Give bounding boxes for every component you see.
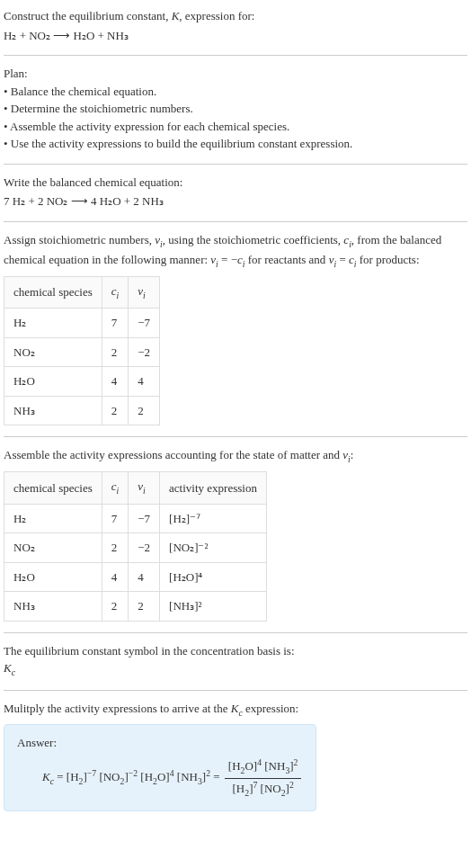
cell-species: NO₂ [4, 337, 102, 367]
col-v: νi [129, 276, 160, 308]
cell-v: 2 [129, 592, 160, 622]
divider [4, 436, 467, 437]
table-row: NH₃ 2 2 [4, 396, 160, 425]
cell-species: H₂O [4, 562, 102, 592]
divider [4, 221, 467, 222]
cell-v: 4 [129, 367, 160, 397]
divider [4, 55, 467, 56]
cell-expr: [H₂O]⁴ [160, 562, 267, 592]
plan-bullet: • Assemble the activity expression for e… [4, 118, 467, 136]
cell-v: 2 [129, 396, 160, 425]
table-row: NO₂ 2 −2 [NO₂]⁻² [4, 533, 267, 563]
plan-bullet: • Balance the chemical equation. [4, 83, 467, 101]
symbol-kc: Kc [4, 659, 467, 679]
symbol-block: The equilibrium constant symbol in the c… [4, 642, 467, 680]
stoich-table: chemical species ci νi H₂ 7 −7 NO₂ 2 −2 … [4, 276, 160, 425]
plan-bullet: • Determine the stoichiometric numbers. [4, 100, 467, 118]
multiply-line: Mulitply the activity expressions to arr… [4, 700, 467, 720]
cell-species: NO₂ [4, 533, 102, 563]
activity-table: chemical species ci νi activity expressi… [4, 471, 267, 621]
multiply-block: Mulitply the activity expressions to arr… [4, 700, 467, 811]
table-row: H₂O 4 4 [4, 367, 160, 397]
col-v: νi [129, 472, 160, 504]
table-row: NH₃ 2 2 [NH₃]² [4, 592, 267, 622]
answer-equation: Kc = [H2]−7 [NO2]−2 [H2O]4 [NH3]2 = [H2O… [17, 753, 303, 800]
answer-numerator: [H2O]4 [NH3]2 [225, 756, 302, 779]
stoich-intro: Assign stoichiometric numbers, νi, using… [4, 231, 467, 271]
cell-species: H₂ [4, 309, 102, 338]
activity-block: Assemble the activity expressions accoun… [4, 446, 467, 621]
stoich-block: Assign stoichiometric numbers, νi, using… [4, 231, 467, 426]
activity-intro: Assemble the activity expressions accoun… [4, 446, 467, 466]
table-row: H₂ 7 −7 [H₂]⁻⁷ [4, 504, 267, 533]
divider [4, 690, 467, 691]
cell-c: 4 [102, 562, 129, 592]
symbol-line: The equilibrium constant symbol in the c… [4, 642, 467, 660]
cell-v: −7 [129, 504, 160, 533]
col-species: chemical species [4, 472, 102, 504]
table-header-row: chemical species ci νi activity expressi… [4, 472, 267, 504]
cell-c: 4 [102, 367, 129, 397]
balanced-equation: 7 H₂ + 2 NO₂ ⟶ 4 H₂O + 2 NH₃ [4, 192, 467, 210]
table-row: NO₂ 2 −2 [4, 337, 160, 367]
divider [4, 632, 467, 633]
cell-c: 2 [102, 396, 129, 425]
cell-expr: [H₂]⁻⁷ [160, 504, 267, 533]
intro-block: Construct the equilibrium constant, K, e… [4, 7, 467, 44]
balanced-heading: Write the balanced chemical equation: [4, 174, 467, 192]
intro-equation: H₂ + NO₂ ⟶ H₂O + NH₃ [4, 27, 467, 45]
cell-c: 2 [102, 337, 129, 367]
plan-bullet: • Use the activity expressions to build … [4, 135, 467, 153]
cell-v: −2 [129, 337, 160, 367]
table-header-row: chemical species ci νi [4, 276, 160, 308]
answer-label: Answer: [17, 734, 303, 752]
cell-species: NH₃ [4, 396, 102, 425]
cell-c: 7 [102, 309, 129, 338]
col-c: ci [102, 472, 129, 504]
answer-fraction: [H2O]4 [NH3]2 [H2]7 [NO2]2 [225, 756, 302, 800]
cell-v: −2 [129, 533, 160, 563]
col-expr: activity expression [160, 472, 267, 504]
cell-c: 7 [102, 504, 129, 533]
answer-denominator: [H2]7 [NO2]2 [225, 779, 302, 801]
table-row: H₂ 7 −7 [4, 309, 160, 338]
cell-expr: [NH₃]² [160, 592, 267, 622]
answer-box: Answer: Kc = [H2]−7 [NO2]−2 [H2O]4 [NH3]… [4, 724, 316, 812]
cell-species: H₂O [4, 367, 102, 397]
cell-c: 2 [102, 533, 129, 563]
col-species: chemical species [4, 276, 102, 308]
table-row: H₂O 4 4 [H₂O]⁴ [4, 562, 267, 592]
cell-v: 4 [129, 562, 160, 592]
plan-block: Plan: • Balance the chemical equation. •… [4, 65, 467, 153]
intro-line: Construct the equilibrium constant, K, e… [4, 7, 467, 25]
balanced-block: Write the balanced chemical equation: 7 … [4, 174, 467, 210]
col-c: ci [102, 276, 129, 308]
cell-v: −7 [129, 309, 160, 338]
cell-c: 2 [102, 592, 129, 622]
cell-species: NH₃ [4, 592, 102, 622]
cell-species: H₂ [4, 504, 102, 533]
cell-expr: [NO₂]⁻² [160, 533, 267, 563]
plan-heading: Plan: [4, 65, 467, 83]
divider [4, 164, 467, 165]
